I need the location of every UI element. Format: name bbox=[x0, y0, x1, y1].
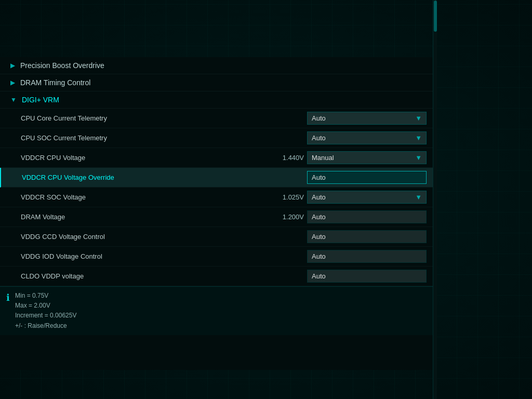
value-box: Auto bbox=[307, 171, 427, 184]
setting-name: CPU Core Current Telemetry bbox=[21, 114, 307, 122]
dropdown-vddg-ccd[interactable]: Auto bbox=[307, 230, 427, 243]
info-text: Min = 0.75V Max = 2.00V Increment = 0.00… bbox=[15, 291, 76, 331]
dropdown-vddcr-cpu-voltage[interactable]: Manual ▼ bbox=[307, 151, 427, 164]
section-label: DIGI+ VRM bbox=[22, 96, 59, 104]
dropdown-value: Auto bbox=[312, 134, 326, 142]
setting-dram-voltage: DRAM Voltage 1.200V Auto bbox=[0, 207, 437, 227]
value-box: 1.025V Auto ▼ bbox=[278, 191, 427, 204]
value-box: 1.440V Manual ▼ bbox=[278, 151, 427, 164]
section-label: DRAM Timing Control bbox=[20, 78, 90, 87]
setting-vddcr-soc-voltage: VDDCR SOC Voltage 1.025V Auto ▼ bbox=[0, 188, 437, 207]
arrow-icon: ▶ bbox=[10, 79, 15, 86]
setting-name: VDDCR CPU Voltage Override bbox=[22, 174, 307, 181]
arrow-icon: ▼ bbox=[10, 96, 17, 103]
info-line-2: Max = 2.00V bbox=[15, 301, 76, 311]
setting-vddg-iod: VDDG IOD Voltage Control Auto bbox=[0, 247, 437, 267]
dropdown-vddcr-soc-voltage[interactable]: Auto ▼ bbox=[307, 191, 427, 204]
dropdown-arrow-icon: ▼ bbox=[415, 114, 422, 122]
setting-cpu-core-current: CPU Core Current Telemetry Auto ▼ bbox=[0, 109, 437, 128]
value-box: Auto ▼ bbox=[307, 131, 427, 144]
dropdown-value: Auto bbox=[312, 174, 326, 181]
dropdown-arrow-icon: ▼ bbox=[415, 154, 422, 162]
dropdown-cpu-core-current[interactable]: Auto ▼ bbox=[307, 112, 427, 125]
dropdown-vddg-iod[interactable]: Auto bbox=[307, 250, 427, 263]
dropdown-value: Auto bbox=[312, 193, 326, 201]
section-digi-vrm[interactable]: ▼ DIGI+ VRM bbox=[0, 91, 437, 109]
setting-vddg-ccd: VDDG CCD Voltage Control Auto bbox=[0, 227, 437, 247]
section-dram-timing[interactable]: ▶ DRAM Timing Control bbox=[0, 74, 437, 91]
info-icon: ℹ bbox=[6, 292, 10, 331]
value-box: Auto bbox=[307, 230, 427, 243]
value-box: 1.200V Auto bbox=[278, 210, 427, 223]
setting-vddcr-cpu-override[interactable]: VDDCR CPU Voltage Override Auto bbox=[0, 168, 437, 188]
value-box: Auto ▼ bbox=[307, 112, 427, 125]
setting-name: CPU SOC Current Telemetry bbox=[21, 134, 307, 142]
info-line-1: Min = 0.75V bbox=[15, 291, 76, 301]
setting-name: VDDG IOD Voltage Control bbox=[21, 252, 307, 260]
info-line-3: Increment = 0.00625V bbox=[15, 311, 76, 321]
dropdown-arrow-icon: ▼ bbox=[415, 193, 422, 201]
value-box: Auto bbox=[307, 250, 427, 263]
dropdown-value: Manual bbox=[312, 154, 334, 162]
setting-name: DRAM Voltage bbox=[21, 213, 278, 221]
setting-cldo-vddp: CLDO VDDP voltage Auto bbox=[0, 267, 437, 286]
value-box: Auto bbox=[307, 270, 427, 283]
dropdown-vddcr-cpu-override[interactable]: Auto bbox=[307, 171, 427, 184]
value-number: 1.200V bbox=[278, 213, 304, 221]
dropdown-value: Auto bbox=[312, 114, 326, 122]
info-line-4: +/- : Raise/Reduce bbox=[15, 321, 76, 331]
dropdown-value: Auto bbox=[312, 213, 326, 221]
section-precision-boost[interactable]: ▶ Precision Boost Overdrive bbox=[0, 57, 437, 74]
setting-name: VDDCR SOC Voltage bbox=[21, 193, 278, 201]
arrow-icon: ▶ bbox=[10, 62, 15, 69]
scrollbar[interactable] bbox=[433, 57, 437, 370]
setting-name: VDDG CCD Voltage Control bbox=[21, 233, 307, 241]
dropdown-cpu-soc-current[interactable]: Auto ▼ bbox=[307, 131, 427, 144]
setting-name: VDDCR CPU Voltage bbox=[21, 154, 278, 162]
value-number: 1.440V bbox=[278, 154, 304, 162]
dropdown-dram-voltage[interactable]: Auto bbox=[307, 210, 427, 223]
setting-vddcr-cpu-voltage: VDDCR CPU Voltage 1.440V Manual ▼ bbox=[0, 148, 437, 168]
setting-name: CLDO VDDP voltage bbox=[21, 272, 307, 280]
setting-cpu-soc-current: CPU SOC Current Telemetry Auto ▼ bbox=[0, 128, 437, 148]
main-content: ▶ Precision Boost Overdrive ▶ DRAM Timin… bbox=[0, 57, 437, 370]
value-number: 1.025V bbox=[278, 193, 304, 201]
dropdown-value: Auto bbox=[312, 272, 326, 280]
dropdown-arrow-icon: ▼ bbox=[415, 134, 422, 142]
dropdown-cldo-vddp[interactable]: Auto bbox=[307, 270, 427, 283]
section-label: Precision Boost Overdrive bbox=[20, 61, 104, 70]
dropdown-value: Auto bbox=[312, 233, 326, 241]
dropdown-value: Auto bbox=[312, 252, 326, 260]
